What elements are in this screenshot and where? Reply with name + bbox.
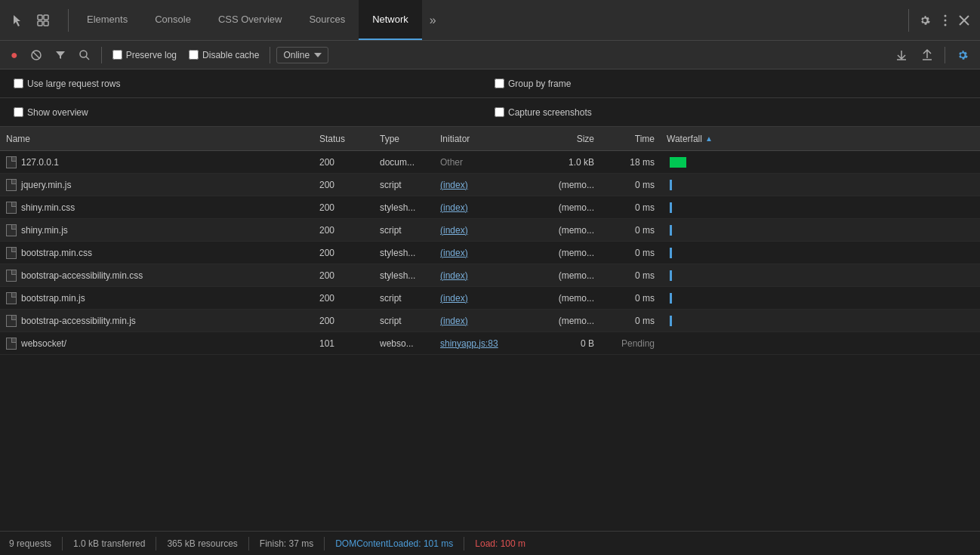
cell-time: 0 ms bbox=[600, 316, 661, 326]
svg-line-12 bbox=[86, 57, 89, 60]
table-row[interactable]: bootstrap-accessibility.min.js200script(… bbox=[0, 310, 980, 332]
filter-icon[interactable] bbox=[50, 46, 71, 64]
cell-initiator[interactable]: (index) bbox=[434, 248, 540, 258]
cell-initiator[interactable]: (index) bbox=[434, 225, 540, 236]
status-sep-4 bbox=[324, 537, 325, 550]
file-icon bbox=[6, 224, 17, 236]
kebab-menu-icon[interactable] bbox=[939, 10, 951, 31]
overview-row: Show overview Capture screenshots bbox=[0, 98, 980, 127]
overview-left: Show overview bbox=[9, 107, 490, 118]
column-size-header[interactable]: Size bbox=[540, 134, 600, 144]
cell-time: 0 ms bbox=[600, 293, 661, 304]
table-row[interactable]: websocket/101webso...shinyapp.js:830 BPe… bbox=[0, 332, 980, 355]
network-throttle-select[interactable]: Online bbox=[276, 47, 328, 63]
table-row[interactable]: shiny.min.css200stylesh...(index)(memo..… bbox=[0, 196, 980, 219]
import-icon[interactable] bbox=[890, 45, 913, 65]
cell-initiator[interactable]: (index) bbox=[434, 293, 540, 304]
column-initiator-header[interactable]: Initiator bbox=[434, 134, 540, 144]
group-by-frame-checkbox[interactable] bbox=[495, 79, 504, 88]
toolbar-separator-2 bbox=[270, 47, 270, 63]
tab-css-overview[interactable]: CSS Overview bbox=[205, 0, 296, 40]
cell-status: 101 bbox=[313, 338, 374, 349]
svg-rect-2 bbox=[38, 21, 42, 26]
clear-button[interactable] bbox=[26, 46, 47, 64]
large-rows-label[interactable]: Use large request rows bbox=[9, 79, 125, 89]
column-type-header[interactable]: Type bbox=[374, 134, 434, 144]
preserve-log-checkbox[interactable] bbox=[112, 50, 122, 60]
table-row[interactable]: bootstrap.min.css200stylesh...(index)(me… bbox=[0, 242, 980, 264]
tab-network[interactable]: Network bbox=[359, 0, 422, 40]
toolbar-separator-1 bbox=[101, 47, 102, 63]
preserve-log-label[interactable]: Preserve log bbox=[108, 50, 181, 60]
tabs-container: Elements Console CSS Overview Sources Ne… bbox=[73, 0, 904, 40]
cell-time: 18 ms bbox=[600, 157, 661, 168]
disable-cache-checkbox[interactable] bbox=[189, 50, 199, 60]
svg-point-6 bbox=[945, 23, 947, 26]
export-icon[interactable] bbox=[916, 45, 938, 65]
column-name-header[interactable]: Name bbox=[0, 134, 313, 144]
devtools-right-icons bbox=[914, 9, 974, 32]
cell-name: jquery.min.js bbox=[0, 179, 313, 191]
tab-divider-left bbox=[68, 9, 69, 32]
cell-waterfall bbox=[661, 174, 980, 196]
cell-size: 1.0 kB bbox=[540, 157, 600, 168]
load-time: Load: 100 m bbox=[475, 538, 525, 549]
capture-screenshots-label[interactable]: Capture screenshots bbox=[490, 107, 596, 118]
status-sep-2 bbox=[156, 537, 156, 550]
file-icon bbox=[6, 247, 17, 259]
record-button[interactable]: ● bbox=[6, 45, 23, 65]
waterfall-bar-blue bbox=[670, 225, 672, 236]
cell-size: (memo... bbox=[540, 180, 600, 190]
close-icon[interactable] bbox=[954, 11, 974, 30]
cell-initiator[interactable]: (index) bbox=[434, 270, 540, 281]
waterfall-bar-blue bbox=[670, 248, 672, 258]
cell-name: shiny.min.css bbox=[0, 202, 313, 214]
cell-name: bootstrap-accessibility.min.js bbox=[0, 315, 313, 327]
large-rows-checkbox[interactable] bbox=[14, 79, 23, 88]
waterfall-bar-blue bbox=[670, 316, 672, 326]
svg-rect-0 bbox=[38, 15, 42, 20]
network-toolbar: ● Preserve log Disable cache Online bbox=[0, 41, 980, 69]
table-row[interactable]: jquery.min.js200script(index)(memo...0 m… bbox=[0, 174, 980, 196]
cell-initiator[interactable]: shinyapp.js:83 bbox=[434, 338, 540, 349]
column-time-header[interactable]: Time bbox=[600, 134, 661, 144]
waterfall-bar-blue bbox=[670, 202, 672, 213]
table-header: Name Status Type Initiator Size Time Wat… bbox=[0, 127, 980, 151]
waterfall-bar-blue bbox=[670, 180, 672, 190]
cell-status: 200 bbox=[313, 225, 374, 236]
cell-initiator[interactable]: (index) bbox=[434, 316, 540, 326]
network-settings-icon[interactable] bbox=[951, 45, 974, 65]
cell-waterfall bbox=[661, 242, 980, 264]
settings-icon[interactable] bbox=[914, 9, 936, 32]
tab-elements[interactable]: Elements bbox=[73, 0, 141, 40]
tab-console[interactable]: Console bbox=[141, 0, 205, 40]
column-waterfall-header[interactable]: Waterfall ▲ bbox=[661, 134, 980, 144]
show-overview-label[interactable]: Show overview bbox=[9, 107, 93, 118]
pointer-icon[interactable] bbox=[6, 9, 29, 32]
inspect-icon[interactable] bbox=[32, 9, 54, 32]
table-row[interactable]: shiny.min.js200script(index)(memo...0 ms bbox=[0, 219, 980, 242]
svg-point-4 bbox=[945, 14, 947, 17]
cell-status: 200 bbox=[313, 248, 374, 258]
more-tabs-icon[interactable]: » bbox=[422, 14, 444, 27]
file-icon bbox=[6, 270, 17, 282]
show-overview-checkbox[interactable] bbox=[14, 107, 23, 117]
cell-waterfall bbox=[661, 264, 980, 286]
cell-initiator[interactable]: (index) bbox=[434, 202, 540, 213]
toolbar-separator-3 bbox=[945, 47, 945, 63]
table-row[interactable]: bootstrap-accessibility.min.css200styles… bbox=[0, 264, 980, 287]
search-icon[interactable] bbox=[74, 46, 95, 64]
cell-initiator[interactable]: (index) bbox=[434, 180, 540, 190]
table-row[interactable]: bootstrap.min.js200script(index)(memo...… bbox=[0, 287, 980, 310]
cell-size: 0 B bbox=[540, 338, 600, 349]
cell-waterfall bbox=[661, 219, 980, 241]
cell-waterfall bbox=[661, 287, 980, 309]
disable-cache-label[interactable]: Disable cache bbox=[184, 50, 263, 60]
cell-size: (memo... bbox=[540, 248, 600, 258]
column-status-header[interactable]: Status bbox=[313, 134, 374, 144]
capture-screenshots-checkbox[interactable] bbox=[495, 107, 504, 117]
tab-sources[interactable]: Sources bbox=[295, 0, 359, 40]
svg-rect-3 bbox=[44, 21, 48, 26]
group-by-frame-label[interactable]: Group by frame bbox=[490, 79, 575, 89]
table-row[interactable]: 127.0.0.1200docum...Other1.0 kB18 ms bbox=[0, 151, 980, 174]
